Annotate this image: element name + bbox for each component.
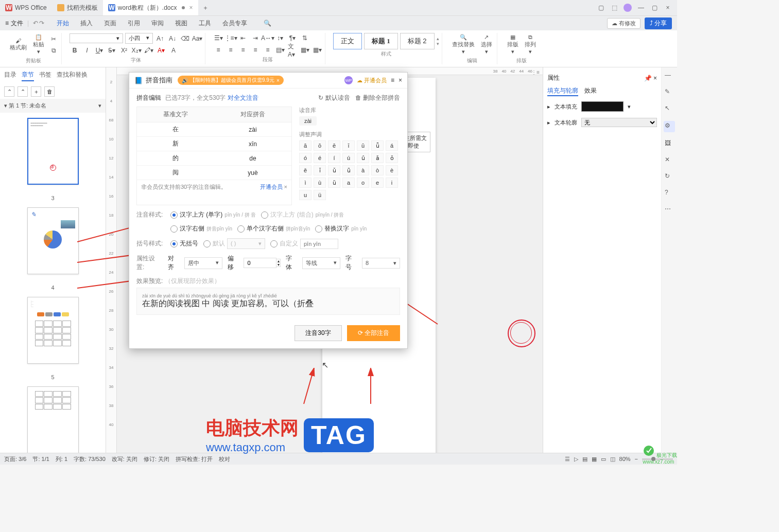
font-size-select[interactable]: 小四▾ bbox=[125, 33, 153, 44]
table-row[interactable]: 的de bbox=[137, 151, 291, 166]
tab-add[interactable]: ＋ bbox=[198, 0, 213, 15]
bullet-icon[interactable]: ☰▾ bbox=[213, 33, 223, 43]
share-button[interactable]: ⤴ 分享 bbox=[645, 17, 672, 29]
redo-icon[interactable]: ↷ bbox=[39, 20, 44, 27]
copy-icon[interactable]: ⧉ bbox=[48, 45, 59, 56]
edit-status-button[interactable]: ☁ 有修改 bbox=[607, 18, 640, 29]
subscript-icon[interactable]: X₂▾ bbox=[131, 45, 142, 56]
style-heading1[interactable]: 标题 1 bbox=[364, 33, 398, 49]
strike-icon[interactable]: S̶▾ bbox=[107, 45, 117, 56]
offset-input[interactable] bbox=[244, 258, 276, 268]
status-rewrite[interactable]: 改写: 关闭 bbox=[112, 455, 137, 463]
rt-pen-icon[interactable]: ✎ bbox=[665, 88, 674, 97]
status-track[interactable]: 修订: 关闭 bbox=[144, 455, 169, 463]
sidebar-tab-find[interactable]: 查找和替换 bbox=[57, 70, 88, 81]
user-avatar[interactable] bbox=[624, 4, 632, 12]
status-words[interactable]: 字数: 73/530 bbox=[74, 455, 106, 463]
thumb-page-6[interactable] bbox=[27, 386, 79, 453]
menu-vip[interactable]: 会员专享 bbox=[217, 17, 252, 30]
menu-reference[interactable]: 引用 bbox=[123, 17, 145, 30]
format-brush-button[interactable]: 🖌格式刷 bbox=[8, 37, 29, 52]
font-shrink-icon[interactable]: A↓ bbox=[167, 33, 178, 44]
underline-icon[interactable]: U▾ bbox=[94, 45, 105, 56]
tab-wps-home[interactable]: WWPS Office bbox=[0, 0, 52, 15]
menu-insert[interactable]: 插入 bbox=[75, 17, 98, 30]
textdir-icon[interactable]: 文A▾ bbox=[287, 45, 298, 55]
offset-up-icon[interactable]: ▲ bbox=[276, 259, 280, 263]
close-panel-icon[interactable]: × bbox=[653, 75, 657, 82]
clear-format-icon[interactable]: ⌫ bbox=[180, 33, 190, 44]
upgrade-link[interactable]: 开通会员 bbox=[260, 184, 283, 190]
prop-tab-fill[interactable]: 填充与轮廓 bbox=[547, 86, 578, 96]
status-column[interactable]: 列: 1 bbox=[56, 455, 67, 463]
align-select[interactable]: 居中▾ bbox=[184, 257, 222, 269]
menu-file[interactable]: ≡ 文件 bbox=[5, 19, 23, 28]
menu-home[interactable]: 开始 bbox=[51, 17, 74, 30]
rt-more-icon[interactable]: ⋯ bbox=[665, 205, 674, 215]
style-opt-above-single[interactable]: 汉字上方 (单字)pīn yīn / 拼 音 bbox=[170, 210, 256, 219]
font-grow-icon[interactable]: A↑ bbox=[155, 33, 165, 44]
align-justify-icon[interactable]: ≡ bbox=[250, 45, 261, 55]
status-page[interactable]: 页面: 3/6 bbox=[4, 455, 26, 463]
cut-icon[interactable]: ✂ bbox=[48, 34, 59, 44]
style-opt-char-right[interactable]: 单个汉字右侧拼pīn音yīn bbox=[237, 224, 310, 233]
canvas-menu-icon[interactable]: ⋮≡ bbox=[531, 69, 540, 75]
typeset-button[interactable]: ▦排版▾ bbox=[505, 33, 521, 56]
menu-page[interactable]: 页面 bbox=[99, 17, 122, 30]
outdent-icon[interactable]: ⇤ bbox=[238, 33, 248, 43]
fill-color-swatch[interactable] bbox=[581, 101, 624, 112]
thumb-page-4[interactable]: ✎ bbox=[27, 207, 79, 274]
zoom-out-icon[interactable]: − bbox=[635, 456, 638, 462]
undo-icon[interactable]: ↶ bbox=[33, 20, 38, 27]
open-vip-link[interactable]: ☁ 开通会员 bbox=[357, 77, 387, 84]
arrange-button[interactable]: ⧉排列▾ bbox=[523, 33, 538, 56]
rt-settings-icon[interactable]: ⚙ bbox=[664, 121, 675, 132]
superscript-icon[interactable]: X² bbox=[119, 45, 129, 56]
zoom-value[interactable]: 80% bbox=[619, 456, 631, 462]
bold-icon[interactable]: B bbox=[70, 45, 80, 56]
sb-expand-icon[interactable]: ⌃ bbox=[4, 86, 14, 97]
readlib-value[interactable]: zài bbox=[299, 116, 317, 126]
rt-history-icon[interactable]: ↻ bbox=[665, 172, 674, 182]
dlg-close-icon[interactable]: × bbox=[399, 77, 402, 84]
font-name-select[interactable]: ▾ bbox=[70, 33, 123, 43]
cube-icon[interactable]: ⬚ bbox=[610, 4, 618, 12]
sb-delete-icon[interactable]: 🗑 bbox=[44, 86, 55, 97]
section-header[interactable]: ▾ 第 1 节: 未命名▾ bbox=[0, 99, 106, 113]
sort-icon[interactable]: ⇅ bbox=[300, 33, 310, 43]
view-outline-icon[interactable]: ◫ bbox=[610, 456, 615, 463]
close-icon[interactable]: × bbox=[664, 4, 672, 12]
align-left-icon[interactable]: ≡ bbox=[213, 45, 223, 55]
shading-icon[interactable]: ▦▾ bbox=[300, 45, 310, 55]
rt-minus-icon[interactable]: — bbox=[665, 72, 674, 81]
line-spacing-icon[interactable]: ↕▾ bbox=[275, 33, 285, 43]
char-width-icon[interactable]: A↔▾ bbox=[263, 33, 273, 43]
select-button[interactable]: ↗选择▾ bbox=[479, 33, 494, 56]
status-spell[interactable]: 拼写检查: 打开 bbox=[176, 455, 213, 463]
annotate-30-button[interactable]: 注音30字 bbox=[295, 325, 341, 341]
annotate-all-button[interactable]: ⟳ 全部注音 bbox=[347, 325, 400, 341]
case-icon[interactable]: Aa▾ bbox=[192, 33, 202, 44]
align-center-icon[interactable]: ≡ bbox=[226, 45, 236, 55]
style-opt-replace[interactable]: 替换汉字pīn yīn bbox=[315, 224, 367, 233]
text-effect-icon[interactable]: A bbox=[168, 45, 179, 56]
status-proof[interactable]: 校对 bbox=[219, 455, 230, 463]
view-page-icon[interactable]: ▭ bbox=[601, 456, 606, 463]
view-play-icon[interactable]: ▷ bbox=[574, 456, 578, 463]
menu-view[interactable]: 视图 bbox=[170, 17, 193, 30]
rt-tools-icon[interactable]: ✕ bbox=[665, 156, 674, 165]
style-opt-right[interactable]: 汉字右侧拼音pīn yīn bbox=[170, 224, 232, 233]
paste-button[interactable]: 📋粘贴▾ bbox=[31, 33, 46, 56]
size-select[interactable]: 8▾ bbox=[362, 258, 400, 269]
menu-tools[interactable]: 工具 bbox=[194, 17, 216, 30]
indent-icon[interactable]: ⇥ bbox=[250, 33, 261, 43]
delete-all-button[interactable]: 🗑 删除全部拼音 bbox=[355, 94, 400, 102]
bracket-opt-custom[interactable]: 自定义 bbox=[270, 239, 338, 249]
sidebar-tab-chapter[interactable]: 章节 bbox=[22, 70, 34, 81]
table-row[interactable]: 阅yuè bbox=[137, 166, 291, 180]
style-normal[interactable]: 正文 bbox=[333, 33, 362, 49]
view-column-icon[interactable]: ▤ bbox=[582, 456, 587, 463]
number-icon[interactable]: ⋮≡▾ bbox=[226, 33, 236, 43]
default-reading-button[interactable]: ↻ 默认读音 bbox=[318, 94, 350, 102]
offset-down-icon[interactable]: ▼ bbox=[276, 263, 280, 267]
